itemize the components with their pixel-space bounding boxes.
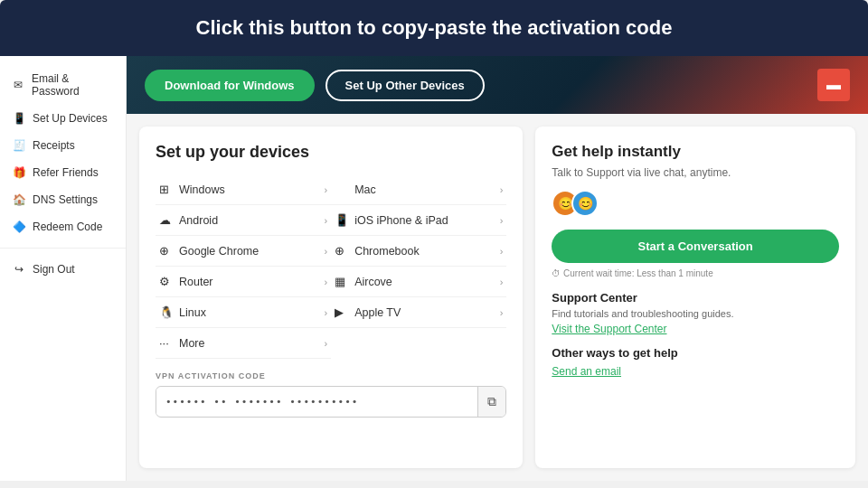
vpn-code-value: •••••• •• ••••••• ••••••••••: [156, 389, 477, 415]
device-android[interactable]: ☁ Android ›: [156, 205, 331, 236]
sidebar-item-refer-friends[interactable]: 🎁 Refer Friends: [0, 159, 126, 186]
start-conversation-button[interactable]: Start a Conversation: [552, 230, 839, 263]
tooltip-banner: Click this button to copy-paste the acti…: [0, 0, 868, 56]
sidebar-label-setup: Set Up Devices: [33, 112, 108, 125]
chevron-icon: ›: [500, 184, 504, 195]
chevron-icon: ›: [324, 246, 327, 257]
device-label-chrome: Google Chrome: [179, 245, 259, 258]
device-label-windows: Windows: [179, 183, 225, 196]
appletv-icon: ▶: [335, 305, 349, 319]
avatar-2: 😊: [571, 190, 599, 217]
vpn-copy-button[interactable]: ⧉: [477, 387, 505, 417]
help-panel: Get help instantly Talk to Support via l…: [535, 127, 855, 468]
device-chrome[interactable]: ⊕ Google Chrome ›: [156, 236, 331, 267]
device-label-aircove: Aircove: [354, 276, 392, 288]
sidebar-label-receipts: Receipts: [33, 139, 75, 152]
more-icon: ···: [159, 336, 174, 350]
ios-icon: 📱: [335, 213, 349, 227]
linux-icon: 🐧: [159, 305, 174, 319]
signout-icon: ↪: [13, 263, 25, 276]
sidebar-item-setup-devices[interactable]: 📱 Set Up Devices: [0, 105, 126, 132]
send-email-link[interactable]: Send an email: [552, 365, 839, 378]
device-iphone-ipad[interactable]: 📱 iOS iPhone & iPad ›: [331, 205, 506, 236]
vpn-code-label: VPN ACTIVATION CODE: [156, 371, 506, 380]
setup-panel: Set up your devices ⊞ Windows › Mac › ☁: [139, 127, 523, 468]
support-center-section: Support Center Find tutorials and troubl…: [552, 291, 839, 335]
chevron-icon: ›: [324, 215, 327, 226]
gift-icon: 🎁: [13, 166, 25, 179]
download-windows-button[interactable]: Download for Windows: [145, 70, 315, 101]
chevron-icon: ›: [324, 277, 327, 287]
device-label-linux: Linux: [179, 306, 206, 319]
chevron-icon: ›: [324, 184, 327, 195]
panels-container: Set up your devices ⊞ Windows › Mac › ☁: [127, 114, 868, 481]
sidebar-label-dns: DNS Settings: [33, 193, 98, 206]
device-chromebook[interactable]: ⊕ Chromebook ›: [331, 236, 506, 267]
sidebar-item-receipts[interactable]: 🧾 Receipts: [0, 132, 126, 159]
aircove-icon: ▦: [335, 275, 349, 288]
setup-panel-title: Set up your devices: [156, 143, 506, 162]
red-square-icon: ▬: [817, 69, 850, 101]
chevron-icon: ›: [324, 338, 327, 349]
receipts-icon: 🧾: [13, 139, 25, 152]
help-subtitle: Talk to Support via live chat, anytime.: [552, 166, 839, 179]
chevron-icon: ›: [500, 307, 504, 318]
vpn-code-section: VPN ACTIVATION CODE •••••• •• ••••••• ••…: [156, 371, 506, 418]
dns-icon: 🏠: [13, 193, 25, 206]
device-router[interactable]: ⚙ Router ›: [156, 267, 331, 297]
sidebar-divider: [0, 248, 126, 249]
device-label-chromebook: Chromebook: [354, 245, 420, 258]
other-ways-section: Other ways to get help Send an email: [552, 346, 839, 378]
sidebar-label-email: Email & Password: [32, 72, 113, 98]
main-content: Download for Windows Set Up Other Device…: [127, 56, 868, 481]
device-label-ios: iOS iPhone & iPad: [354, 214, 448, 227]
windows-icon: ⊞: [159, 183, 174, 196]
sidebar-item-redeem-code[interactable]: 🔷 Redeem Code: [0, 213, 126, 240]
device-windows[interactable]: ⊞ Windows ›: [156, 174, 331, 205]
wait-time-label: ⏱ Current wait time: Less than 1 minute: [552, 268, 839, 278]
device-linux[interactable]: 🐧 Linux ›: [156, 297, 331, 328]
android-icon: ☁: [159, 213, 174, 227]
chevron-icon: ›: [324, 307, 327, 318]
device-label-more: More: [179, 337, 204, 350]
device-more[interactable]: ··· More ›: [156, 328, 331, 359]
sidebar-item-dns-settings[interactable]: 🏠 DNS Settings: [0, 186, 126, 213]
device-grid: ⊞ Windows › Mac › ☁ Android ›: [156, 174, 506, 359]
device-apple-tv[interactable]: ▶ Apple TV ›: [331, 297, 506, 328]
device-label-router: Router: [179, 276, 213, 288]
device-label-mac: Mac: [354, 183, 376, 196]
sidebar-item-sign-out[interactable]: ↪ Sign Out: [0, 256, 126, 283]
device-label-appletv: Apple TV: [354, 306, 401, 319]
help-title: Get help instantly: [552, 143, 839, 161]
sidebar-label-redeem: Redeem Code: [33, 221, 102, 233]
other-ways-heading: Other ways to get help: [552, 346, 839, 360]
support-center-heading: Support Center: [552, 291, 839, 305]
devices-icon: 📱: [13, 112, 25, 125]
device-label-android: Android: [179, 214, 218, 227]
chevron-icon: ›: [500, 215, 504, 226]
router-icon: ⚙: [159, 275, 174, 288]
top-bar: Download for Windows Set Up Other Device…: [127, 56, 868, 114]
sidebar: ✉ Email & Password 📱 Set Up Devices 🧾 Re…: [0, 56, 127, 481]
support-center-link[interactable]: Visit the Support Center: [552, 323, 839, 335]
device-mac[interactable]: Mac ›: [331, 174, 506, 205]
redeem-icon: 🔷: [13, 221, 25, 233]
sidebar-label-signout: Sign Out: [33, 263, 75, 276]
chrome-icon: ⊕: [159, 244, 174, 258]
sidebar-item-email-password[interactable]: ✉ Email & Password: [0, 65, 126, 105]
email-icon: ✉: [13, 79, 24, 91]
setup-other-devices-button[interactable]: Set Up Other Devices: [326, 70, 485, 101]
support-center-desc: Find tutorials and troubleshooting guide…: [552, 308, 839, 319]
vpn-code-box: •••••• •• ••••••• •••••••••• ⧉: [156, 386, 506, 418]
chevron-icon: ›: [500, 277, 504, 287]
chevron-icon: ›: [500, 246, 504, 257]
support-avatars: 😊 😊: [552, 190, 839, 217]
sidebar-label-refer: Refer Friends: [33, 166, 99, 179]
chromebook-icon: ⊕: [335, 244, 349, 258]
device-aircove[interactable]: ▦ Aircove ›: [331, 267, 506, 297]
